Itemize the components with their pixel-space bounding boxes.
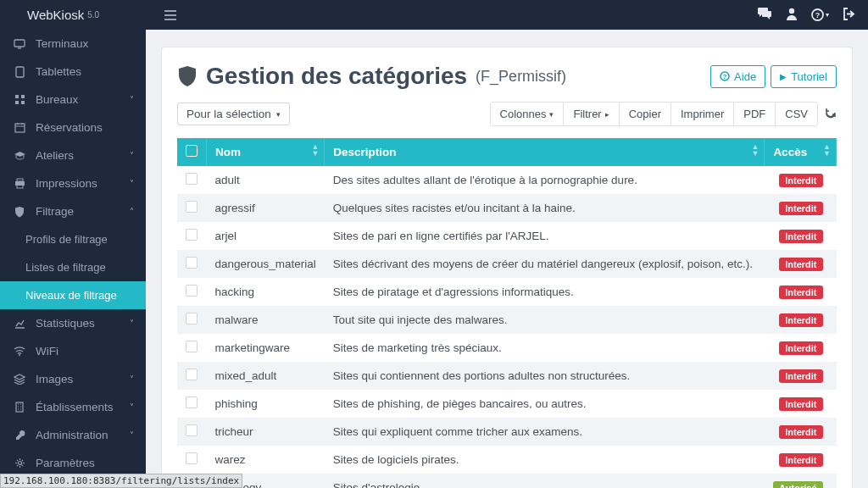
access-badge[interactable]: Interdit: [779, 369, 822, 383]
sidebar-subitem-listes-de-filtrage[interactable]: Listes de filtrage: [0, 253, 146, 281]
tablet-icon: [12, 66, 27, 78]
copy-button[interactable]: Copier: [620, 103, 671, 125]
sidebar-item-filtrage[interactable]: Filtrage˄: [0, 197, 146, 225]
cell-name: malware: [207, 306, 325, 334]
chevron-icon: ˅: [130, 95, 134, 104]
tutorial-button[interactable]: ▶ Tutoriel: [771, 65, 837, 88]
row-checkbox[interactable]: [186, 201, 198, 213]
refresh-icon: [825, 107, 837, 119]
sidebar-item-label: Terminaux: [36, 37, 88, 50]
table-row: warezSites de logiciels pirates.Interdit: [177, 446, 837, 474]
brand-logo: WebKiosk 5.0: [0, 0, 146, 30]
access-badge[interactable]: Autorisé: [773, 481, 823, 489]
row-checkbox[interactable]: [186, 229, 198, 241]
pdf-button[interactable]: PDF: [734, 103, 776, 125]
cell-description: Sites d'astrologie.: [325, 474, 765, 488]
cell-description: Sites décrivant des moyens de créer du m…: [325, 250, 765, 278]
row-checkbox[interactable]: [186, 369, 198, 380]
categories-card: Gestion des catégories (F_Permissif) ? A…: [161, 47, 853, 488]
svg-rect-2: [15, 95, 19, 98]
print-button[interactable]: Imprimer: [671, 103, 734, 125]
svg-rect-3: [21, 95, 25, 98]
row-checkbox[interactable]: [186, 313, 198, 324]
sidebar-subitem-profils-de-filtrage[interactable]: Profils de filtrage: [0, 225, 146, 253]
column-description[interactable]: Description▲▼: [325, 138, 765, 166]
row-checkbox[interactable]: [186, 173, 198, 185]
sidebar-item-ateliers[interactable]: Ateliers˅: [0, 141, 146, 169]
row-checkbox[interactable]: [186, 452, 198, 464]
sidebar-item-établissements[interactable]: Établissements˅: [0, 393, 146, 421]
sidebar-item-statistiques[interactable]: Statistiques˅: [0, 309, 146, 337]
cell-description: Sites qui expliquent comme tricher aux e…: [325, 418, 765, 446]
sidebar-item-wifi[interactable]: WiFi: [0, 337, 146, 365]
filter-button[interactable]: Filtrer ▸: [564, 103, 619, 125]
cell-description: Sites de pari en ligne certifiés par l'A…: [325, 222, 765, 250]
chat-icon[interactable]: [757, 7, 772, 23]
sidebar-item-bureaux[interactable]: Bureaux˅: [0, 86, 146, 114]
topbar: ? ▾: [146, 0, 868, 30]
sidebar-item-label: Bureaux: [36, 93, 78, 106]
selection-dropdown[interactable]: Pour la sélection ▾: [177, 103, 290, 125]
access-badge[interactable]: Interdit: [779, 341, 822, 355]
cell-description: Des sites adultes allant de l'érotique à…: [325, 166, 765, 194]
table-row: adultDes sites adultes allant de l'éroti…: [177, 166, 837, 194]
access-badge[interactable]: Interdit: [779, 286, 822, 299]
page-header: Gestion des catégories (F_Permissif) ? A…: [177, 63, 837, 90]
categories-table: Nom▲▼ Description▲▼ Accès▲▼ adultDes sit…: [177, 138, 837, 488]
wifi-icon: [12, 347, 27, 356]
csv-button[interactable]: CSV: [776, 103, 817, 125]
refresh-button[interactable]: [825, 107, 837, 121]
cell-name: dangerous_material: [207, 250, 325, 278]
access-badge[interactable]: Interdit: [779, 230, 822, 243]
cell-name: warez: [207, 446, 325, 474]
sidebar-item-terminaux[interactable]: Terminaux: [0, 30, 146, 58]
user-icon[interactable]: [786, 7, 798, 23]
cell-name: phishing: [207, 390, 325, 418]
row-checkbox[interactable]: [186, 257, 198, 269]
chevron-icon: ˄: [130, 207, 134, 216]
logout-icon[interactable]: [843, 8, 856, 23]
columns-dropdown[interactable]: Colonnes ▾: [491, 103, 565, 125]
select-all-header[interactable]: [177, 138, 207, 166]
access-badge[interactable]: Interdit: [779, 425, 822, 439]
page-title: Gestion des catégories (F_Permissif): [177, 63, 566, 90]
column-access[interactable]: Accès▲▼: [765, 138, 837, 166]
sidebar-item-images[interactable]: Images˅: [0, 365, 146, 393]
help-icon[interactable]: ? ▾: [811, 8, 829, 21]
svg-text:?: ?: [815, 11, 821, 19]
sidebar-item-label: Impressions: [36, 177, 97, 190]
topbar-actions: ? ▾: [757, 7, 856, 23]
cell-description: Quelques sites racistes et/ou incitant à…: [325, 194, 765, 222]
svg-rect-11: [16, 402, 23, 412]
column-name[interactable]: Nom▲▼: [207, 138, 325, 166]
sidebar-item-label: Ateliers: [36, 149, 74, 162]
access-badge[interactable]: Interdit: [779, 397, 822, 411]
sidebar-item-impressions[interactable]: Impressions˅: [0, 169, 146, 197]
access-badge[interactable]: Interdit: [779, 174, 822, 187]
sidebar-item-label: Réservations: [36, 121, 103, 134]
table-row: marketingwareSites de marketing très spé…: [177, 334, 837, 362]
access-badge[interactable]: Interdit: [779, 202, 822, 215]
access-badge[interactable]: Interdit: [779, 313, 822, 327]
sidebar-item-administration[interactable]: Administration˅: [0, 421, 146, 449]
help-button[interactable]: ? Aide: [710, 65, 765, 88]
sidebar-item-réservations[interactable]: Réservations: [0, 114, 146, 141]
svg-text:?: ?: [723, 73, 727, 80]
sidebar-subitem-niveaux-de-filtrage[interactable]: Niveaux de filtrage: [0, 281, 146, 309]
table-toolbar: Pour la sélection ▾ Colonnes ▾ Filtrer ▸…: [177, 102, 837, 126]
sidebar-item-label: WiFi: [36, 345, 58, 358]
row-checkbox[interactable]: [186, 424, 198, 436]
sidebar-item-tablettes[interactable]: Tablettes: [0, 58, 146, 86]
row-checkbox[interactable]: [186, 396, 198, 408]
row-checkbox[interactable]: [186, 285, 198, 297]
access-badge[interactable]: Interdit: [779, 453, 822, 467]
cell-name: marketingware: [207, 334, 325, 362]
sidebar-toggle-button[interactable]: [158, 4, 183, 26]
table-row: phishingSites de phishing, de pièges ban…: [177, 390, 837, 418]
shield-icon: [12, 206, 27, 218]
stats-icon: [12, 319, 27, 329]
svg-rect-4: [15, 101, 19, 104]
row-checkbox[interactable]: [186, 341, 198, 352]
access-badge[interactable]: Interdit: [779, 258, 822, 271]
hamburger-icon: [164, 10, 176, 20]
